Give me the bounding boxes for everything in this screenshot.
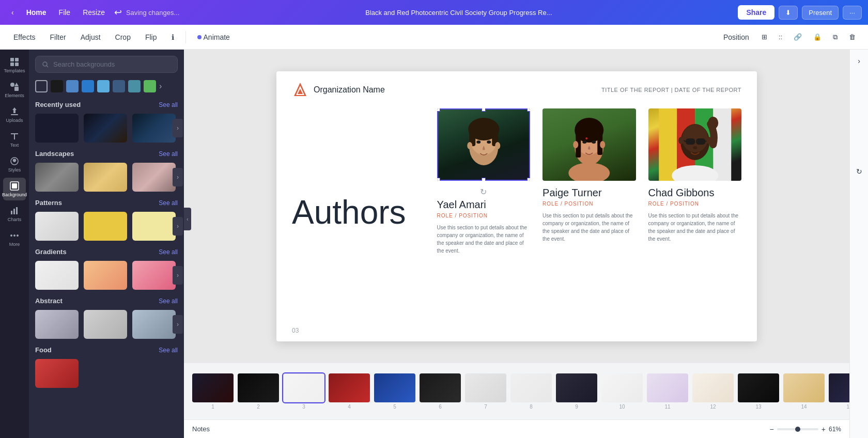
- food-see-all[interactable]: See all: [159, 347, 178, 354]
- zoom-in-btn[interactable]: +: [822, 425, 826, 433]
- swatch-more-btn[interactable]: ›: [159, 82, 162, 91]
- swatch-outline[interactable]: [35, 80, 48, 92]
- film-thumb-8[interactable]: [510, 373, 552, 402]
- thumb-abstract-1[interactable]: [35, 310, 79, 339]
- crop-button[interactable]: Crop: [110, 30, 136, 44]
- share-button[interactable]: Share: [738, 5, 774, 20]
- filter-button[interactable]: Filter: [45, 30, 71, 44]
- film-thumb-6[interactable]: [420, 373, 461, 402]
- film-thumb-12[interactable]: [692, 373, 734, 402]
- lock-button[interactable]: 🔒: [809, 30, 826, 43]
- swatch-green[interactable]: [144, 80, 156, 92]
- film-thumb-11[interactable]: [647, 373, 688, 402]
- position-button[interactable]: Position: [718, 30, 754, 44]
- gradients-next[interactable]: ›: [173, 266, 183, 285]
- thumb-gradient-1[interactable]: [35, 261, 79, 290]
- right-refresh-btn[interactable]: ↻: [852, 164, 866, 179]
- thumb-recent-1[interactable]: [35, 114, 79, 143]
- zoom-slider[interactable]: [777, 428, 818, 430]
- slide-canvas[interactable]: Organization Name TITLE OF THE REPORT | …: [276, 71, 757, 341]
- nav-resize-btn[interactable]: Resize: [78, 6, 110, 19]
- film-thumb-14[interactable]: [783, 373, 825, 402]
- flip-button[interactable]: Flip: [140, 30, 162, 44]
- search-box[interactable]: [35, 56, 178, 73]
- sidebar-text-btn[interactable]: Text: [3, 128, 26, 151]
- swatch-navy[interactable]: [113, 80, 125, 92]
- patterns-see-all[interactable]: See all: [159, 199, 178, 207]
- film-thumb-1[interactable]: [192, 373, 234, 402]
- sidebar-styles-btn[interactable]: Styles: [3, 153, 26, 176]
- sidebar-more-btn[interactable]: More: [3, 227, 26, 250]
- recently-used-see-all[interactable]: See all: [159, 101, 178, 108]
- swatch-blue3[interactable]: [97, 80, 110, 92]
- thumb-landscape-2[interactable]: [84, 163, 127, 192]
- thumb-recent-3[interactable]: [132, 114, 176, 143]
- align-button[interactable]: ⊞: [757, 30, 771, 43]
- nav-home-btn[interactable]: Home: [21, 6, 52, 19]
- sidebar-uploads-btn[interactable]: Uploads: [3, 103, 26, 126]
- author-photo-2[interactable]: [542, 108, 636, 181]
- right-expand-btn[interactable]: ›: [852, 54, 866, 68]
- animate-button[interactable]: Animate: [192, 30, 235, 44]
- link-button[interactable]: 🔗: [789, 30, 806, 43]
- author-photo-1[interactable]: [437, 108, 530, 181]
- thumb-recent-2[interactable]: [84, 114, 127, 143]
- sidebar-templates-btn[interactable]: Templates: [3, 54, 26, 76]
- delete-button[interactable]: 🗑: [845, 30, 860, 43]
- film-thumb-13[interactable]: [738, 373, 779, 402]
- nav-back-btn[interactable]: ‹: [6, 6, 19, 19]
- abstract-next[interactable]: ›: [173, 315, 183, 334]
- author-photo-3[interactable]: [648, 108, 741, 181]
- film-thumb-4[interactable]: [329, 373, 370, 402]
- film-thumb-2[interactable]: [238, 373, 279, 402]
- swatch-blue2[interactable]: [82, 80, 94, 92]
- nav-file-btn[interactable]: File: [54, 6, 76, 19]
- undo-btn[interactable]: ↩: [112, 5, 124, 20]
- thumb-gradient-2[interactable]: [84, 261, 127, 290]
- thumb-abstract-2[interactable]: [84, 310, 127, 339]
- grid-button[interactable]: ::: [774, 30, 786, 43]
- rotate-handle-1[interactable]: ↻: [437, 187, 530, 197]
- swatch-black[interactable]: [51, 80, 63, 92]
- canvas-scroll[interactable]: Organization Name TITLE OF THE REPORT | …: [184, 50, 849, 363]
- thumb-abstract-3[interactable]: [132, 310, 176, 339]
- search-input[interactable]: [53, 60, 171, 68]
- film-thumb-3[interactable]: [283, 373, 324, 402]
- gradients-see-all[interactable]: See all: [159, 248, 178, 256]
- thumb-landscape-3[interactable]: [132, 163, 176, 192]
- more-options-button[interactable]: ···: [843, 6, 862, 20]
- swatch-blue1[interactable]: [66, 80, 79, 92]
- sidebar-background-btn[interactable]: Background: [3, 178, 26, 200]
- zoom-out-btn[interactable]: −: [770, 425, 774, 433]
- film-thumb-5[interactable]: [374, 373, 415, 402]
- thumb-pattern-3[interactable]: [132, 212, 176, 241]
- author-name-3: Chad Gibbons: [648, 187, 741, 199]
- patterns-next[interactable]: ›: [173, 217, 183, 236]
- notes-button[interactable]: Notes: [192, 425, 210, 433]
- film-thumb-9[interactable]: [556, 373, 597, 402]
- film-thumb-7[interactable]: [465, 373, 506, 402]
- download-button[interactable]: ⬇: [779, 6, 798, 20]
- effects-button[interactable]: Effects: [8, 30, 41, 44]
- svg-rect-10: [11, 211, 12, 214]
- panel-collapse-btn[interactable]: ‹: [184, 208, 191, 230]
- thumb-food-1[interactable]: [35, 359, 79, 388]
- swatch-teal[interactable]: [128, 80, 141, 92]
- copy-button[interactable]: ⧉: [829, 30, 842, 44]
- thumb-pattern-2[interactable]: [84, 212, 127, 241]
- present-button[interactable]: Present: [802, 6, 839, 20]
- thumb-pattern-1[interactable]: [35, 212, 79, 241]
- info-button[interactable]: ℹ: [166, 30, 179, 44]
- film-thumb-10[interactable]: [601, 373, 643, 402]
- recently-used-next[interactable]: ›: [173, 119, 183, 137]
- thumb-landscape-1[interactable]: [35, 163, 79, 192]
- thumb-gradient-3[interactable]: [132, 261, 176, 290]
- sidebar-charts-btn[interactable]: Charts: [3, 202, 26, 225]
- landscapes-next[interactable]: ›: [173, 168, 183, 186]
- adjust-button[interactable]: Adjust: [75, 30, 106, 44]
- film-thumb-15[interactable]: [829, 373, 849, 402]
- landscapes-see-all[interactable]: See all: [159, 150, 178, 158]
- film-item-2: 2: [238, 373, 279, 410]
- abstract-see-all[interactable]: See all: [159, 298, 178, 305]
- sidebar-elements-btn[interactable]: Elements: [3, 79, 26, 101]
